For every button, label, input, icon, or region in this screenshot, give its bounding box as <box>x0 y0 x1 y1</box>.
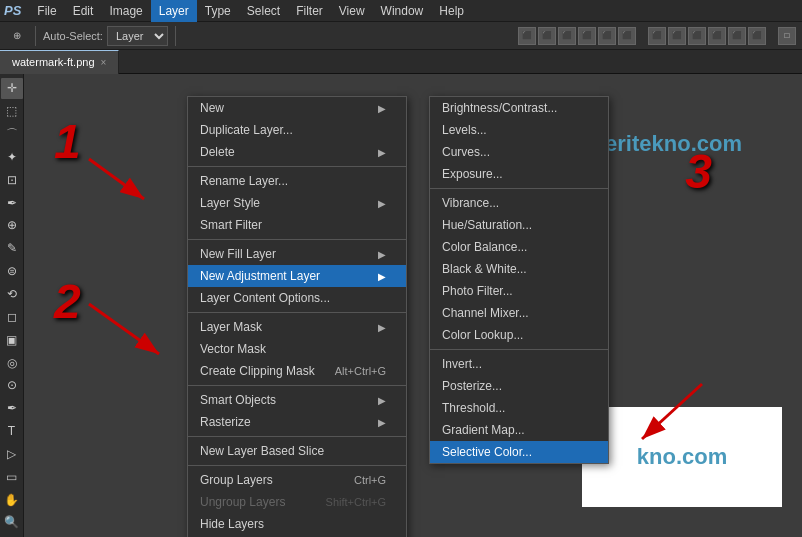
menu-select[interactable]: Select <box>239 0 288 22</box>
align-left-icon[interactable]: ⬛ <box>518 27 536 45</box>
menu-item-rasterize[interactable]: Rasterize ▶ <box>188 411 406 433</box>
distribute-center-v-icon[interactable]: ⬛ <box>728 27 746 45</box>
menu-item-ungroup-layers[interactable]: Ungroup Layers Shift+Ctrl+G <box>188 491 406 513</box>
crop-tool[interactable]: ⊡ <box>1 169 23 190</box>
align-center-icon[interactable]: ⬛ <box>538 27 556 45</box>
eyedropper-tool[interactable]: ✒ <box>1 192 23 213</box>
menu-item-layer-content[interactable]: Layer Content Options... <box>188 287 406 309</box>
menu-image[interactable]: Image <box>101 0 150 22</box>
eraser-tool[interactable]: ◻ <box>1 306 23 327</box>
menu-item-delete[interactable]: Delete ▶ <box>188 141 406 163</box>
submenu-brightness-contrast[interactable]: Brightness/Contrast... <box>430 97 608 119</box>
clone-tool[interactable]: ⊜ <box>1 261 23 282</box>
pen-tool[interactable]: ✒ <box>1 398 23 419</box>
submenu-invert[interactable]: Invert... <box>430 353 608 375</box>
healing-tool[interactable]: ⊕ <box>1 215 23 236</box>
separator-3 <box>188 312 406 313</box>
divider-2 <box>175 26 176 46</box>
marquee-tool[interactable]: ⬚ <box>1 101 23 122</box>
annotation-number-1: 1 <box>54 114 81 169</box>
history-brush-tool[interactable]: ⟲ <box>1 284 23 305</box>
menu-item-vector-mask[interactable]: Vector Mask <box>188 338 406 360</box>
align-bottom-icon[interactable]: ⬛ <box>618 27 636 45</box>
menu-view[interactable]: View <box>331 0 373 22</box>
submenu-posterize[interactable]: Posterize... <box>430 375 608 397</box>
menu-item-clipping-mask[interactable]: Create Clipping Mask Alt+Ctrl+G <box>188 360 406 382</box>
gradient-tool[interactable]: ▣ <box>1 329 23 350</box>
separator-5 <box>188 436 406 437</box>
submenu-gradient-map[interactable]: Gradient Map... <box>430 419 608 441</box>
options-bar: ⊕ Auto-Select: Layer Group ⬛ ⬛ ⬛ ⬛ ⬛ ⬛ ⬛… <box>0 22 802 50</box>
blur-tool[interactable]: ◎ <box>1 352 23 373</box>
annotation-number-2: 2 <box>54 274 81 329</box>
align-right-icon[interactable]: ⬛ <box>558 27 576 45</box>
divider-1 <box>35 26 36 46</box>
menu-edit[interactable]: Edit <box>65 0 102 22</box>
distribute-center-h-icon[interactable]: ⬛ <box>668 27 686 45</box>
menu-window[interactable]: Window <box>373 0 432 22</box>
menu-item-smart-objects[interactable]: Smart Objects ▶ <box>188 389 406 411</box>
arrow-1-svg <box>79 149 159 209</box>
menu-item-layer-style[interactable]: Layer Style ▶ <box>188 192 406 214</box>
menu-item-smart-filter[interactable]: Smart Filter <box>188 214 406 236</box>
menu-type[interactable]: Type <box>197 0 239 22</box>
move-tool[interactable]: ✛ <box>1 78 23 99</box>
distribute-top-icon[interactable]: ⬛ <box>708 27 726 45</box>
align-middle-icon[interactable]: ⬛ <box>598 27 616 45</box>
arrow-3-svg <box>622 374 742 454</box>
logo-text: feritekno.com <box>598 131 742 157</box>
submenu-threshold[interactable]: Threshold... <box>430 397 608 419</box>
tab-filename: watermark-ft.png <box>12 56 95 68</box>
auto-select-dropdown[interactable]: Layer Group <box>107 26 168 46</box>
brush-tool[interactable]: ✎ <box>1 238 23 259</box>
lasso-tool[interactable]: ⌒ <box>1 124 23 145</box>
submenu-photo-filter[interactable]: Photo Filter... <box>430 280 608 302</box>
submenu-channel-mixer[interactable]: Channel Mixer... <box>430 302 608 324</box>
submenu-vibrance[interactable]: Vibrance... <box>430 192 608 214</box>
hand-tool[interactable]: ✋ <box>1 489 23 510</box>
shape-tool[interactable]: ▭ <box>1 466 23 487</box>
menu-file[interactable]: File <box>29 0 64 22</box>
menu-help[interactable]: Help <box>431 0 472 22</box>
submenu-hue-saturation[interactable]: Hue/Saturation... <box>430 214 608 236</box>
svg-line-0 <box>89 159 144 199</box>
text-tool[interactable]: T <box>1 421 23 442</box>
dodge-tool[interactable]: ⊙ <box>1 375 23 396</box>
menu-item-group-layers[interactable]: Group Layers Ctrl+G <box>188 469 406 491</box>
submenu-sep-2 <box>430 349 608 350</box>
layer-dropdown-menu: New ▶ Duplicate Layer... Delete ▶ Rename… <box>187 96 407 537</box>
distribute-right-icon[interactable]: ⬛ <box>688 27 706 45</box>
tab-close-button[interactable]: × <box>101 57 107 68</box>
submenu-selective-color[interactable]: Selective Color... <box>430 441 608 463</box>
submenu-curves[interactable]: Curves... <box>430 141 608 163</box>
path-tool[interactable]: ▷ <box>1 444 23 465</box>
submenu-exposure[interactable]: Exposure... <box>430 163 608 185</box>
move-tool-icon[interactable]: ⊕ <box>6 25 28 47</box>
submenu-levels[interactable]: Levels... <box>430 119 608 141</box>
separator-6 <box>188 465 406 466</box>
menu-item-new-layer-slice[interactable]: New Layer Based Slice <box>188 440 406 462</box>
menu-item-new[interactable]: New ▶ <box>188 97 406 119</box>
canvas-area: FT feritekno.com kno.com 1 2 3 <box>24 74 802 537</box>
menu-item-new-adjustment[interactable]: New Adjustment Layer ▶ <box>188 265 406 287</box>
submenu-color-balance[interactable]: Color Balance... <box>430 236 608 258</box>
submenu-black-white[interactable]: Black & White... <box>430 258 608 280</box>
menu-item-rename[interactable]: Rename Layer... <box>188 170 406 192</box>
distribute-bottom-icon[interactable]: ⬛ <box>748 27 766 45</box>
align-top-icon[interactable]: ⬛ <box>578 27 596 45</box>
distribute-left-icon[interactable]: ⬛ <box>648 27 666 45</box>
menu-item-duplicate[interactable]: Duplicate Layer... <box>188 119 406 141</box>
menu-filter[interactable]: Filter <box>288 0 331 22</box>
transform-controls-icon[interactable]: □ <box>778 27 796 45</box>
ps-logo: PS <box>4 3 21 18</box>
menu-item-new-fill[interactable]: New Fill Layer ▶ <box>188 243 406 265</box>
zoom-tool[interactable]: 🔍 <box>1 512 23 533</box>
menu-item-hide-layers[interactable]: Hide Layers <box>188 513 406 535</box>
annotation-number-3: 3 <box>685 144 712 199</box>
menu-layer[interactable]: Layer <box>151 0 197 22</box>
submenu-color-lookup[interactable]: Color Lookup... <box>430 324 608 346</box>
active-tab[interactable]: watermark-ft.png × <box>0 50 119 74</box>
svg-line-2 <box>89 304 159 354</box>
menu-item-layer-mask[interactable]: Layer Mask ▶ <box>188 316 406 338</box>
magic-wand-tool[interactable]: ✦ <box>1 147 23 168</box>
